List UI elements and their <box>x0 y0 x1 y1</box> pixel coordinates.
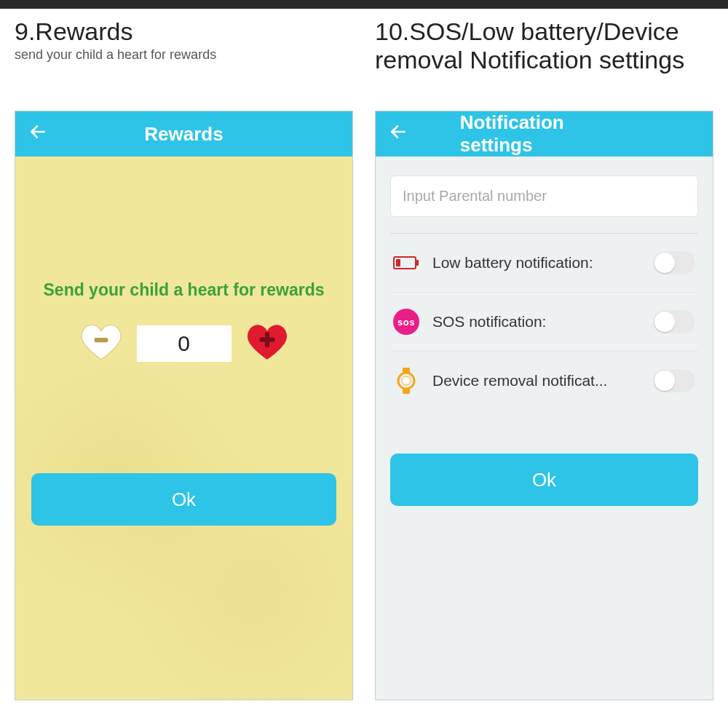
device-removal-label: Device removal notificat... <box>432 372 640 389</box>
section-header-rewards: 9.Rewards send your child a heart for re… <box>15 9 353 111</box>
svg-rect-3 <box>264 332 269 347</box>
row-low-battery: Low battery notification: <box>390 234 698 293</box>
svg-rect-1 <box>94 338 108 342</box>
reward-count-value: 0 <box>137 325 232 362</box>
app-title: Notification settings <box>460 111 629 157</box>
watch-icon <box>393 368 419 394</box>
svg-rect-6 <box>416 260 419 266</box>
section-header-notifications: 10.SOS/Low battery/Device removal Notifi… <box>375 9 713 111</box>
left-column: 9.Rewards send your child a heart for re… <box>15 9 353 700</box>
right-column: 10.SOS/Low battery/Device removal Notifi… <box>375 9 713 700</box>
phone-rewards: Rewards Send your child a heart for rewa… <box>15 111 353 700</box>
notif-body: Low battery notification: sos SOS notifi… <box>376 157 713 700</box>
phone-notifications: Notification settings Low battery notifi… <box>375 111 713 700</box>
svg-rect-7 <box>396 259 400 266</box>
back-arrow-icon[interactable] <box>389 122 408 146</box>
section-subtitle: send your child a heart for rewards <box>15 47 353 63</box>
page-top-bar <box>0 0 728 9</box>
battery-low-icon <box>393 250 419 276</box>
sos-toggle[interactable] <box>653 310 695 333</box>
section-title: 9.Rewards <box>15 17 353 46</box>
back-arrow-icon[interactable] <box>28 122 47 146</box>
parental-number-wrap <box>390 175 698 217</box>
device-removal-toggle[interactable] <box>653 369 695 392</box>
row-device-removal: Device removal notificat... <box>390 352 698 410</box>
ok-button[interactable]: Ok <box>31 473 336 526</box>
rewards-body: Send your child a heart for rewards 0 Ok <box>15 157 352 700</box>
section-title: 10.SOS/Low battery/Device removal Notifi… <box>375 17 713 74</box>
columns-container: 9.Rewards send your child a heart for re… <box>0 9 728 700</box>
sos-icon: sos <box>393 309 419 335</box>
low-battery-toggle[interactable] <box>653 251 695 274</box>
app-bar-notifications: Notification settings <box>376 111 713 157</box>
app-title: Rewards <box>144 123 223 146</box>
sos-label: SOS notification: <box>432 313 640 331</box>
svg-point-11 <box>402 376 411 385</box>
low-battery-label: Low battery notification: <box>432 254 640 272</box>
app-bar-rewards: Rewards <box>15 111 352 157</box>
row-sos: sos SOS notification: <box>390 293 698 352</box>
parental-number-input[interactable] <box>403 188 686 205</box>
heart-plus-button[interactable] <box>246 323 288 364</box>
ok-button[interactable]: Ok <box>390 454 698 506</box>
counter-row: 0 <box>80 323 288 364</box>
rewards-prompt: Send your child a heart for rewards <box>44 280 325 300</box>
heart-minus-button[interactable] <box>80 323 122 364</box>
